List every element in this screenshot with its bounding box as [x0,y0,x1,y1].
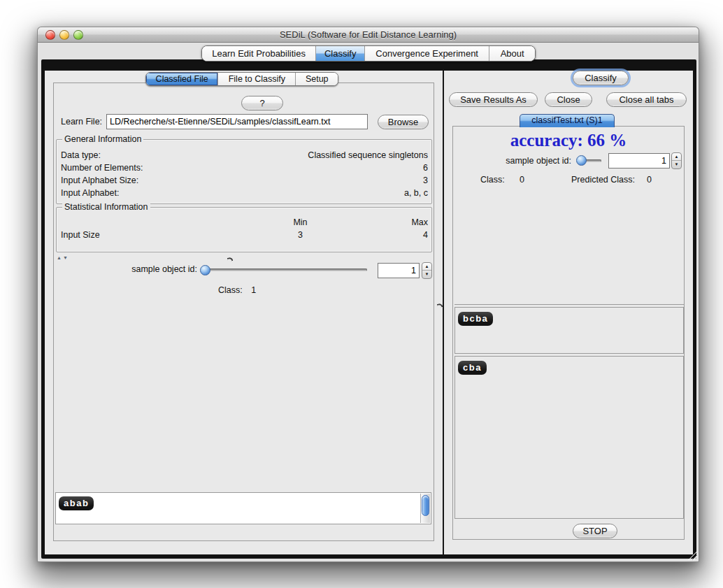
scrollbar-thumb[interactable] [422,495,429,516]
learn-sequence-area[interactable]: abab [55,492,431,524]
class-value: 1 [251,285,256,295]
content-area: Classfied File File to Classify Setup ? … [45,71,693,554]
stat-min-value: 3 [243,229,358,241]
info-row-number-of-elements: Number of Elements: 6 [57,162,431,174]
stepper-up-icon[interactable]: ▲ [672,153,681,161]
class-label: Class: [218,285,243,295]
info-value: Classified sequence singletons [308,149,428,162]
tab-classfied-file[interactable]: Classfied File [146,73,218,85]
stepper-down-icon[interactable]: ▼ [672,161,681,168]
sample-id-stepper: ▲ ▼ [422,262,432,279]
title-bar[interactable]: SEDiL (Software for Edit Distance Learni… [38,27,699,43]
statistical-information-group: Statistical Information Min Max Input Si… [56,207,432,252]
close-all-tabs-button[interactable]: Close all tabs [606,92,687,107]
result-sample-stepper: ▲ ▼ [671,152,682,169]
split-collapse-up-icon[interactable]: ▲ [57,255,63,260]
info-label: Data type: [61,149,101,162]
sequence-scrollbar[interactable] [420,494,430,523]
info-value: a, b, c [404,187,428,199]
info-value: 3 [423,174,428,187]
desktop: SEDiL (Software for Edit Distance Learni… [0,0,723,588]
general-information-group: General Information Data type: Classifie… [56,139,432,204]
tab-setup[interactable]: Setup [296,73,338,85]
tab-classify[interactable]: Classify [316,46,365,61]
browse-button[interactable]: Browse [378,115,429,129]
classified-file-panel: ? Learn File: Browse General Information… [53,83,434,541]
stop-button[interactable]: STOP [573,524,617,538]
save-results-button[interactable]: Save Results As [449,92,538,107]
result-class-value: 0 [520,175,524,185]
info-label: Number of Elements: [61,162,143,174]
tab-file-to-classify[interactable]: File to Classify [218,73,296,85]
stat-label: Input Size [61,229,243,241]
tab-about[interactable]: About [489,46,535,61]
split-collapse-icons[interactable]: ▲▼ [57,255,69,260]
sample-id-slider-track[interactable] [205,268,367,271]
sample-id-input[interactable] [378,263,420,278]
info-row-data-type: Data type: Classified sequence singleton… [57,149,431,162]
predicted-sequence-box: cba [454,356,684,519]
split-divider[interactable] [443,71,444,554]
info-value: 6 [423,162,428,174]
result-sample-slider-handle[interactable] [576,155,587,166]
learn-file-label: Learn File: [61,117,102,127]
sample-object-id-label: sample object id: [453,156,571,166]
classification-results-panel: accuracy: 66 % sample object id: ▲ ▼ Cla… [452,126,685,540]
predicted-class-value: 0 [647,175,652,185]
predicted-sequence-badge[interactable]: cba [458,361,487,375]
main-tab-bar: Learn Edit Probabilities Classify Conver… [201,45,536,62]
info-label: Input Alphabet Size: [61,174,138,187]
test-sequence-box: bcba [454,307,684,354]
info-row-alphabet-size: Input Alphabet Size: 3 [57,174,431,187]
result-sample-id-input[interactable] [608,153,670,168]
stat-col-max: Max [358,216,428,229]
stepper-up-icon[interactable]: ▲ [422,263,431,271]
info-label: Input Alphabet: [61,187,119,199]
learn-file-input[interactable] [106,114,368,129]
result-class-label: Class: [480,175,505,185]
stat-col-min: Min [243,216,358,229]
stat-header-row: Min Max [57,216,431,229]
stepper-down-icon[interactable]: ▼ [422,271,431,278]
sample-id-slider-handle[interactable] [200,265,210,275]
general-information-title: General Information [62,134,143,144]
file-tab-bar: Classfied File File to Classify Setup [145,72,338,86]
tab-learn-edit-probabilities[interactable]: Learn Edit Probabilities [202,46,316,61]
info-row-alphabet: Input Alphabet: a, b, c [57,187,431,199]
sequence-badge[interactable]: abab [59,496,94,510]
window-title: SEDiL (Software for Edit Distance Learni… [38,27,699,43]
section-divider [454,304,684,305]
predicted-class-label: Predicted Class: [571,175,635,185]
classify-button[interactable]: Classify [573,71,629,85]
result-tab-classiftest[interactable]: classifTest.txt (S)1 [520,114,615,127]
stat-row-input-size: Input Size 3 4 [57,229,431,241]
app-window: SEDiL (Software for Edit Distance Learni… [37,27,699,562]
stat-max-value: 4 [358,229,428,241]
test-sequence-badge[interactable]: bcba [458,312,493,326]
help-button[interactable]: ? [241,96,283,110]
sample-object-id-label: sample object id: [54,264,197,274]
tab-convergence-experiment[interactable]: Convergence Experiment [365,46,489,61]
collapse-arrow-icon [227,257,233,262]
content-frame: Classfied File File to Classify Setup ? … [41,59,696,559]
accuracy-text: accuracy: 66 % [453,131,684,150]
close-button[interactable]: Close [545,92,592,107]
statistical-information-title: Statistical Information [62,202,150,212]
split-collapse-down-icon[interactable]: ▼ [63,255,69,260]
class-row: Class: 1 [218,285,256,295]
